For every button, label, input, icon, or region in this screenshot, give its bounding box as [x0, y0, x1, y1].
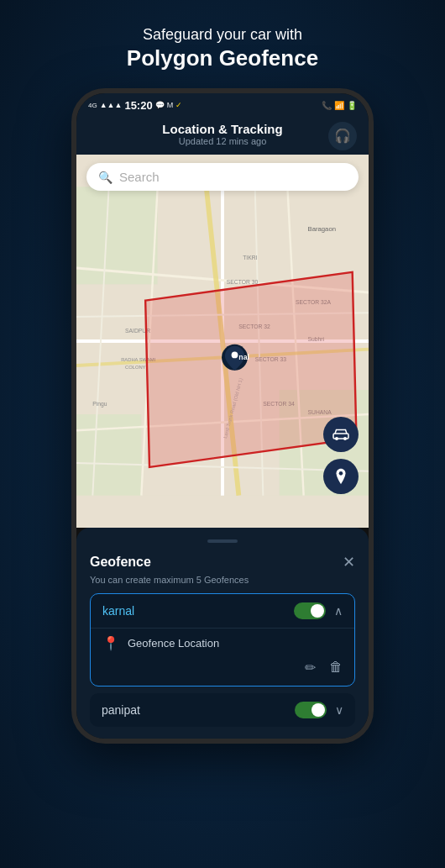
- car-tracking-button[interactable]: [323, 417, 359, 452]
- phone-shell: 4G ▲▲▲ 15:20 💬 M ✓ 📞 📶 🔋 Location & Trac…: [71, 88, 374, 744]
- geofence-actions: ✏ 🗑: [102, 660, 343, 676]
- headline-main: Polygon Geofence: [127, 45, 318, 73]
- panipat-chevron[interactable]: ∨: [335, 703, 343, 717]
- wifi-icon: 📶: [334, 101, 344, 110]
- whatsapp-icon: 💬: [155, 101, 165, 109]
- app-title: Location & Tracking: [162, 122, 282, 136]
- status-time: 15:20: [124, 99, 152, 112]
- panel-header: Geofence ✕: [90, 553, 355, 571]
- app-header-title: Location & Tracking Updated 12 mins ago: [162, 122, 282, 146]
- geofence-karnal-header: karnal ∧: [91, 594, 354, 628]
- status-bar: 4G ▲▲▲ 15:20 💬 M ✓ 📞 📶 🔋: [76, 93, 369, 117]
- headline: Safeguard your car with Polygon Geofence: [127, 25, 318, 73]
- location-label: Geofence Location: [128, 637, 219, 650]
- svg-text:TIKRI: TIKRI: [243, 255, 257, 261]
- geofence-karnal-name: karnal: [102, 604, 134, 618]
- svg-point-37: [343, 437, 347, 440]
- app-header: Location & Tracking Updated 12 mins ago …: [76, 117, 369, 155]
- app-subtitle: Updated 12 mins ago: [162, 136, 282, 146]
- svg-text:nal: nal: [238, 353, 249, 361]
- svg-point-38: [339, 471, 343, 476]
- search-icon: 🔍: [98, 171, 113, 184]
- panel-handle: [207, 539, 238, 543]
- geofence-card-panipat: panipat ∨: [90, 693, 355, 727]
- svg-text:COLONY: COLONY: [125, 365, 146, 370]
- signal-icon: 4G: [88, 102, 97, 109]
- panel-title: Geofence: [90, 555, 151, 570]
- edit-icon[interactable]: ✏: [305, 660, 316, 676]
- karnal-toggle[interactable]: [294, 602, 326, 619]
- search-placeholder: Search: [119, 170, 160, 184]
- karnal-chevron[interactable]: ∧: [334, 604, 343, 618]
- geofence-panipat-controls: ∨: [295, 702, 343, 718]
- check-icon-status: ✓: [175, 101, 182, 109]
- svg-text:SECTOR 30: SECTOR 30: [227, 280, 259, 286]
- close-button[interactable]: ✕: [343, 553, 355, 571]
- search-bar[interactable]: 🔍 Search: [86, 163, 359, 191]
- location-pin-icon: 📍: [102, 635, 119, 651]
- headset-button[interactable]: 🎧: [328, 122, 357, 150]
- signal-bars: ▲▲▲: [100, 101, 123, 109]
- location-pin-button[interactable]: [323, 459, 359, 494]
- svg-text:Baragaon: Baragaon: [308, 226, 336, 234]
- battery-icon: 🔋: [347, 101, 357, 110]
- geofence-karnal-controls: ∧: [294, 602, 343, 619]
- svg-point-33: [232, 352, 238, 359]
- map-container[interactable]: Baragaon TIKRI SECTOR 30 SECTOR 32A SAID…: [76, 155, 369, 528]
- geofence-panipat-name: panipat: [102, 703, 140, 717]
- map-icon-status: M: [167, 101, 174, 109]
- svg-point-36: [335, 437, 338, 440]
- geofence-card-karnal: karnal ∧ 📍 Geofence Location ✏ 🗑: [90, 593, 355, 687]
- geofence-panel: Geofence ✕ You can create maximum 5 Geof…: [76, 528, 369, 739]
- headline-sub: Safeguard your car with: [127, 25, 318, 45]
- delete-icon[interactable]: 🗑: [329, 660, 343, 676]
- geofence-karnal-expanded: 📍 Geofence Location ✏ 🗑: [91, 628, 354, 686]
- panel-subtitle: You can create maximum 5 Geofences: [90, 575, 355, 585]
- status-left: 4G ▲▲▲ 15:20 💬 M ✓: [88, 99, 182, 112]
- panipat-toggle[interactable]: [295, 702, 327, 718]
- call-icon: 📞: [322, 101, 332, 110]
- headset-icon: 🎧: [334, 128, 351, 144]
- pin-icon: [332, 467, 350, 486]
- svg-text:Pingu: Pingu: [92, 402, 107, 408]
- car-icon: [331, 424, 351, 445]
- geofence-location-row: 📍 Geofence Location: [102, 635, 343, 651]
- status-right: 📞 📶 🔋: [322, 101, 357, 110]
